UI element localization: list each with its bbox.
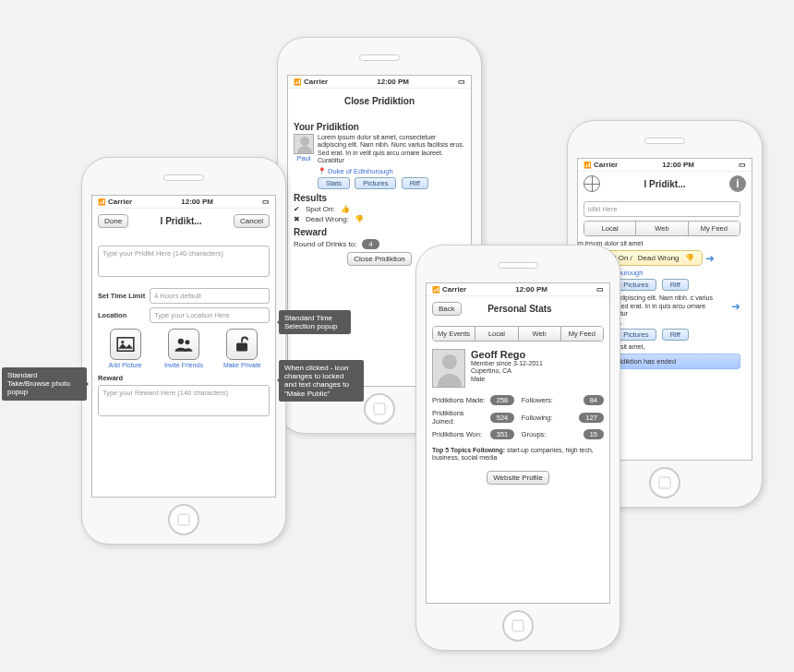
disclosure-icon[interactable]: ➜ [705, 252, 715, 265]
time-limit-input[interactable]: 4 Hours default [150, 288, 270, 304]
friends-icon [168, 329, 199, 360]
page-title: I Pridikt... [128, 216, 234, 226]
tab-my-feed[interactable]: My Feed [561, 327, 603, 341]
groups-label: Groups: [522, 430, 547, 438]
user-name-link[interactable]: Paul [294, 154, 314, 162]
joined-badge: 524 [490, 413, 515, 423]
followers-label: Followers: [522, 396, 553, 404]
status-bar: Carrier 12:00 PM ▭ [578, 159, 752, 172]
pictures-button[interactable]: Pictures [355, 177, 396, 189]
battery-icon: ▭ [458, 78, 465, 86]
spot-on-row: ✔ Spot On: 👍 [294, 205, 465, 213]
disclosure-icon[interactable]: ➜ [731, 300, 740, 313]
spot-on-label: Spot On: [306, 205, 335, 213]
groups-badge: 15 [583, 429, 604, 439]
back-button[interactable]: Back [432, 302, 462, 316]
reward-count-badge: 4 [362, 239, 379, 249]
cancel-button[interactable]: Cancel [234, 214, 270, 228]
carrier-label: Carrier [294, 78, 328, 86]
reward-label: Reward [98, 374, 270, 382]
avatar [294, 134, 314, 154]
add-picture-button[interactable]: Add Picture [98, 329, 152, 368]
status-bar: Carrier 12:00 PM ▭ [92, 196, 275, 209]
pridiktion-body: Lorem ipsum dolor sit amet, consectetuer… [318, 134, 465, 165]
tab-web[interactable]: Web [636, 222, 688, 235]
won-label: Pridiktions Won: [432, 430, 482, 438]
avatar [432, 349, 465, 388]
callout-photo: Standard Take/Browse photo popup [2, 367, 87, 401]
clock-label: 12:00 PM [662, 161, 694, 169]
thumbs-down-icon: 👎 [685, 254, 694, 262]
made-label: Pridiktions Made: [432, 396, 486, 404]
carrier-label: Carrier [583, 161, 618, 169]
riff-button[interactable]: Riff [662, 279, 689, 291]
battery-icon: ▭ [739, 161, 746, 169]
search-input[interactable]: idikt Here [583, 201, 740, 217]
dead-wrong-row: ✖ Dead Wrong: 👎 [294, 215, 465, 223]
done-button[interactable]: Done [98, 214, 128, 228]
callout-time: Standard Time Selection popup [279, 310, 351, 334]
clock-label: 12:00 PM [515, 285, 547, 294]
results-heading: Results [294, 193, 465, 203]
svg-point-3 [185, 340, 189, 344]
won-badge: 351 [490, 429, 515, 439]
reward-input[interactable]: Type your Reward Here (140 characters) [98, 385, 270, 416]
invite-friends-button[interactable]: Invite Friends [156, 329, 211, 368]
info-icon[interactable]: i [729, 175, 746, 192]
invite-friends-label: Invite Friends [156, 362, 211, 368]
page-title: Close Pridiktion [294, 96, 465, 106]
tab-my-events[interactable]: My Events [433, 327, 475, 341]
make-private-button[interactable]: Make Private [215, 329, 270, 368]
pridikt-input[interactable]: Type your Pridikt Here (140 characters) [98, 246, 270, 277]
vote-dead-wrong-label: Dead Wrong [638, 254, 680, 262]
followers-badge: 84 [583, 395, 604, 405]
carrier-label: Carrier [98, 198, 132, 206]
clock-label: 12:00 PM [377, 78, 409, 86]
close-pridiktion-button[interactable]: Close Pridiktion [347, 252, 412, 266]
location-label: Location [98, 311, 146, 319]
battery-icon: ▭ [262, 198, 270, 206]
riff-button[interactable]: Riff [402, 177, 428, 189]
tab-web[interactable]: Web [519, 327, 561, 341]
unlock-icon [226, 329, 258, 360]
stats-button[interactable]: Stats [318, 177, 350, 189]
home-button[interactable] [168, 504, 199, 535]
reward-text: Round of Drinks to: [294, 240, 356, 248]
time-limit-label: Set Time Limit [98, 292, 146, 300]
add-picture-label: Add Picture [98, 362, 152, 368]
battery-icon: ▭ [596, 285, 604, 294]
home-button[interactable] [364, 393, 395, 425]
globe-icon[interactable] [583, 175, 600, 192]
tab-my-feed[interactable]: My Feed [689, 222, 740, 235]
thumbs-up-icon: 👍 [341, 205, 350, 213]
page-title: Personal Stats [462, 304, 578, 314]
status-bar: Carrier 12:00 PM ▭ [427, 283, 609, 296]
topics-label: Top 5 Topics Following: [432, 447, 505, 453]
following-label: Following: [522, 414, 553, 422]
website-profile-button[interactable]: Website Profile [487, 471, 549, 485]
pictures-button[interactable]: Pictures [615, 279, 656, 291]
svg-point-1 [121, 341, 124, 343]
location-pin[interactable]: 📍 Duke of Edinburough [318, 167, 465, 175]
pictures-button[interactable]: Pictures [615, 329, 656, 341]
profile-gender: Male [471, 376, 543, 383]
dead-wrong-label: Dead Wrong: [306, 215, 349, 223]
tab-local[interactable]: Local [475, 327, 518, 341]
location-input[interactable]: Type your Location Here [150, 307, 270, 323]
thumbs-down-icon: 👎 [355, 215, 364, 223]
tab-local[interactable]: Local [584, 222, 636, 235]
home-button[interactable] [502, 610, 534, 642]
page-title: I Pridikt... [600, 179, 729, 189]
your-pridiktion-heading: Your Pridiktion [294, 122, 465, 132]
svg-point-2 [178, 339, 184, 344]
made-badge: 258 [490, 395, 515, 405]
svg-rect-0 [117, 338, 134, 351]
status-bar: Carrier 12:00 PM ▭ [288, 76, 471, 89]
riff-button[interactable]: Riff [662, 329, 689, 341]
profile-name: Geoff Rego [471, 349, 543, 360]
reward-heading: Reward [294, 227, 465, 237]
picture-icon [110, 329, 141, 360]
joined-label: Pridiktions Joined: [432, 409, 487, 426]
home-button[interactable] [649, 467, 680, 498]
stats-tabs: My Events Local Web My Feed [432, 326, 604, 342]
